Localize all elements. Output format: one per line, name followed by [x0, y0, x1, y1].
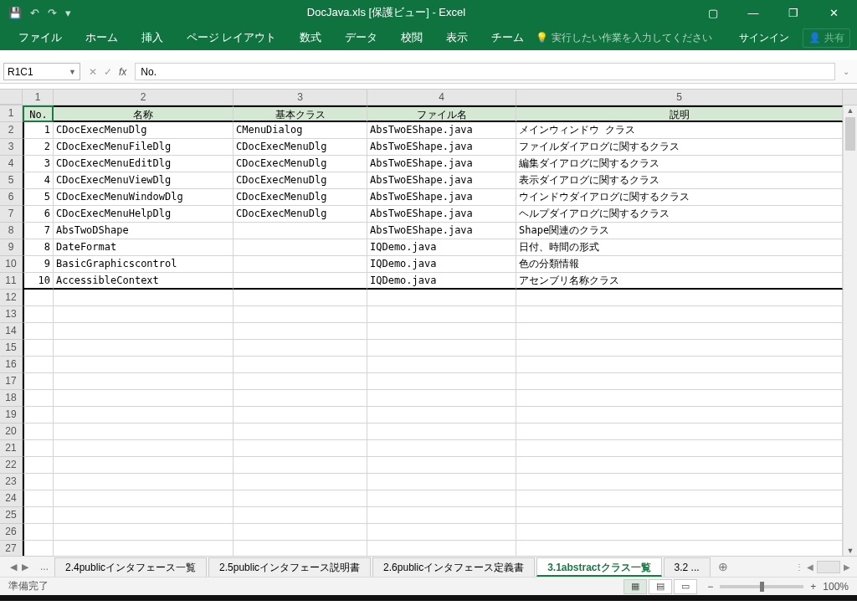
split-handle-icon[interactable]: ⋮: [795, 562, 803, 572]
tab-page-layout[interactable]: ページ レイアウト: [175, 25, 288, 50]
tab-insert[interactable]: 挿入: [130, 25, 175, 50]
table-cell[interactable]: [23, 340, 54, 357]
sheet-tab[interactable]: 2.4publicインタフェース一覧: [54, 557, 207, 577]
table-cell[interactable]: ファイルダイアログに関するクラス: [516, 139, 843, 156]
table-cell[interactable]: [516, 541, 843, 556]
table-cell[interactable]: 日付、時間の形式: [516, 239, 843, 256]
table-cell[interactable]: [516, 357, 843, 373]
table-cell[interactable]: AbsTwoEShape.java: [367, 156, 516, 172]
table-cell[interactable]: 3: [23, 156, 54, 172]
table-cell[interactable]: 4: [23, 172, 54, 189]
sheet-tab[interactable]: 3.2 ...: [664, 557, 711, 577]
undo-icon[interactable]: ↶: [30, 7, 39, 19]
col-header[interactable]: 4: [367, 90, 516, 105]
col-header[interactable]: 2: [54, 90, 233, 105]
tabs-overflow-left[interactable]: ...: [35, 561, 54, 572]
table-cell[interactable]: [23, 373, 54, 390]
table-cell[interactable]: CDocExecMenuDlg: [233, 206, 367, 223]
table-cell[interactable]: [516, 457, 843, 474]
table-cell[interactable]: [367, 524, 516, 541]
table-cell[interactable]: [54, 340, 233, 357]
table-cell[interactable]: [233, 524, 367, 541]
table-cell[interactable]: [516, 323, 843, 340]
table-cell[interactable]: CDocExecMenuDlg: [233, 156, 367, 172]
row-header[interactable]: 7: [0, 206, 23, 223]
table-cell[interactable]: [367, 474, 516, 490]
table-cell[interactable]: [233, 541, 367, 556]
table-cell[interactable]: [367, 390, 516, 407]
table-cell[interactable]: [367, 407, 516, 424]
table-cell[interactable]: AbsTwoEShape.java: [367, 223, 516, 239]
cancel-formula-icon[interactable]: ✕: [89, 66, 97, 78]
table-cell[interactable]: [23, 290, 54, 306]
zoom-level[interactable]: 100%: [823, 581, 849, 593]
table-cell[interactable]: [367, 424, 516, 440]
table-cell[interactable]: [54, 424, 233, 440]
table-cell[interactable]: [23, 457, 54, 474]
table-cell[interactable]: [23, 357, 54, 373]
table-cell[interactable]: [516, 490, 843, 507]
table-cell[interactable]: [233, 457, 367, 474]
table-cell[interactable]: [516, 290, 843, 306]
sheet-tab[interactable]: 3.1abstractクラス一覧: [536, 557, 661, 577]
table-cell[interactable]: AbsTwoDShape: [54, 223, 233, 239]
table-cell[interactable]: [367, 323, 516, 340]
tab-nav-prev-icon[interactable]: ◀: [10, 562, 17, 572]
table-cell[interactable]: Shape関連のクラス: [516, 223, 843, 239]
table-header-cell[interactable]: 説明: [516, 105, 843, 122]
tab-file[interactable]: ファイル: [7, 25, 74, 50]
fx-icon[interactable]: fx: [119, 66, 126, 78]
table-cell[interactable]: [367, 490, 516, 507]
row-header[interactable]: 15: [0, 340, 23, 357]
row-header[interactable]: 2: [0, 122, 23, 139]
table-cell[interactable]: AccessibleContext: [54, 273, 233, 290]
table-cell[interactable]: [233, 440, 367, 457]
row-header[interactable]: 6: [0, 189, 23, 206]
tab-formulas[interactable]: 数式: [288, 25, 333, 50]
table-cell[interactable]: 9: [23, 256, 54, 273]
table-cell[interactable]: [23, 390, 54, 407]
table-cell[interactable]: [23, 490, 54, 507]
row-header[interactable]: 14: [0, 323, 23, 340]
table-cell[interactable]: [516, 340, 843, 357]
table-cell[interactable]: CDocExecMenuViewDlg: [54, 172, 233, 189]
table-cell[interactable]: [367, 373, 516, 390]
table-cell[interactable]: [54, 306, 233, 323]
table-cell[interactable]: AbsTwoEShape.java: [367, 189, 516, 206]
table-cell[interactable]: AbsTwoEShape.java: [367, 139, 516, 156]
table-cell[interactable]: [54, 490, 233, 507]
table-cell[interactable]: [367, 340, 516, 357]
zoom-slider[interactable]: [720, 585, 803, 588]
table-cell[interactable]: [516, 390, 843, 407]
row-header[interactable]: 16: [0, 357, 23, 373]
table-cell[interactable]: [233, 474, 367, 490]
table-cell[interactable]: CDocExecMenuFileDlg: [54, 139, 233, 156]
table-cell[interactable]: CDocExecMenuWindowDlg: [54, 189, 233, 206]
table-cell[interactable]: [233, 323, 367, 340]
scroll-down-icon[interactable]: ▼: [844, 547, 857, 555]
row-header[interactable]: 1: [0, 105, 23, 122]
signin-link[interactable]: サインイン: [739, 31, 789, 45]
table-cell[interactable]: [233, 273, 367, 290]
row-header[interactable]: 8: [0, 223, 23, 239]
table-cell[interactable]: IQDemo.java: [367, 239, 516, 256]
table-cell[interactable]: 5: [23, 189, 54, 206]
table-cell[interactable]: [54, 524, 233, 541]
row-header[interactable]: 9: [0, 239, 23, 256]
table-cell[interactable]: [23, 541, 54, 556]
table-cell[interactable]: [233, 340, 367, 357]
row-header[interactable]: 27: [0, 541, 23, 556]
table-cell[interactable]: [233, 373, 367, 390]
table-cell[interactable]: [233, 223, 367, 239]
formula-input[interactable]: No.: [135, 63, 835, 80]
table-cell[interactable]: AbsTwoEShape.java: [367, 172, 516, 189]
table-cell[interactable]: [23, 407, 54, 424]
tab-review[interactable]: 校閲: [389, 25, 434, 50]
minimize-button[interactable]: —: [742, 7, 765, 19]
sheet-tab[interactable]: 2.6publicインタフェース定義書: [372, 557, 535, 577]
table-cell[interactable]: [54, 407, 233, 424]
table-cell[interactable]: [516, 424, 843, 440]
table-header-cell[interactable]: ファイル名: [367, 105, 516, 122]
table-cell[interactable]: [233, 357, 367, 373]
tab-view[interactable]: 表示: [434, 25, 480, 50]
